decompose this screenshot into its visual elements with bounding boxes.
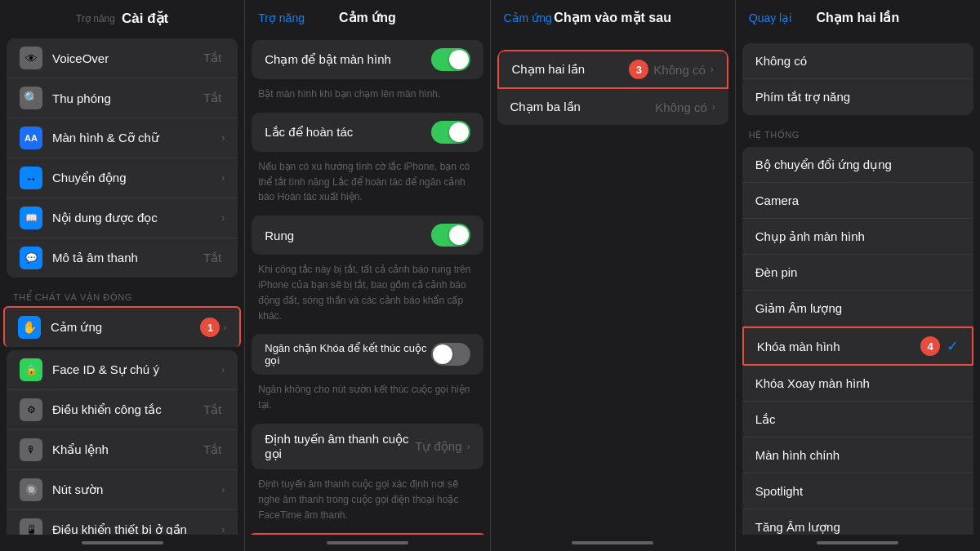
none-option[interactable]: Không có [742, 43, 973, 79]
panel2-group1: Chạm để bật màn hình [252, 40, 483, 79]
list-item[interactable]: ⚙ Điều khiển công tắc Tắt [7, 390, 238, 430]
lock-screen-option[interactable]: Khóa màn hình 4 ✓ [742, 327, 973, 366]
list-item[interactable]: ↔ Chuyển động › [7, 158, 238, 198]
double-tap-row[interactable]: Chạm hai lần 3 Không có › [497, 50, 728, 89]
chevron-icon: › [221, 484, 225, 495]
row-label: Tăng Âm lượng [755, 520, 960, 535]
panel-back-tap: Cảm ứng Chạm vào mặt sau Chạm hai lần 3 … [491, 0, 736, 551]
row-value: Tắt [203, 91, 221, 105]
touch-row-wrapper: ✋ Cảm ứng 1 › [3, 306, 241, 347]
row-label: Phím tắt trợ năng [755, 90, 960, 104]
list-item[interactable]: 💬 Mô tả âm thanh Tắt [7, 238, 238, 278]
list-item[interactable]: 🔍 Thu phóng Tắt [7, 78, 238, 118]
step-badge-4: 4 [920, 336, 940, 356]
shake-undo-toggle[interactable] [431, 121, 470, 144]
panel4-content: Không có Phím tắt trợ năng HỆ THỐNG Bộ c… [736, 33, 980, 535]
list-item[interactable]: Rung [252, 216, 483, 255]
panel-touch: Trợ năng Cảm ứng Chạm để bật màn hình Bậ… [245, 0, 490, 551]
panel4-title: Chạm hai lần [816, 10, 899, 25]
row-label: Mô tả âm thanh [52, 251, 203, 265]
list-item[interactable]: 🔒 Face ID & Sự chú ý › [7, 350, 238, 390]
chevron-icon: › [221, 364, 225, 375]
accessibility-shortcut-option[interactable]: Phím tắt trợ năng [742, 79, 973, 115]
panel1-header: Trợ năng Cài đặt [0, 0, 244, 35]
home-screen-option[interactable]: Màn hình chính [742, 438, 973, 473]
row-label: Camera [755, 193, 960, 207]
list-item[interactable]: 📱 Điều khiển thiết bị ở gần › [7, 510, 238, 535]
tap-to-wake-toggle[interactable] [431, 48, 470, 71]
screenshot-option[interactable]: Chụp ảnh màn hình [742, 219, 973, 255]
row-label: VoiceOver [52, 51, 203, 65]
flashlight-option[interactable]: Đèn pin [742, 255, 973, 291]
desc-text: Ngăn không cho nút sườn kết thúc cuộc gọ… [258, 384, 470, 411]
home-indicator [817, 541, 898, 544]
row-value: Tắt [203, 251, 221, 265]
row-label: Không có [755, 54, 960, 68]
panel3-group: Chạm hai lần 3 Không có › Chạm ba lần Kh… [497, 50, 728, 125]
row-label: Nút sườn [52, 482, 220, 497]
chevron-icon: › [221, 524, 225, 535]
row-label: Màn hình chính [755, 448, 960, 462]
touch-label: Cảm ứng [51, 320, 195, 335]
desc-text: Định tuyến âm thanh cuộc gọi xác định nơ… [258, 478, 458, 521]
touch-row[interactable]: ✋ Cảm ứng 1 › [3, 306, 241, 347]
nearby-icon: 📱 [20, 518, 42, 535]
bottom-bar [0, 535, 244, 551]
spoken-icon: 📖 [20, 207, 42, 229]
row-label: Khẩu lệnh [52, 442, 203, 457]
panel2-back[interactable]: Trợ năng [258, 11, 305, 24]
row-label: Chạm ba lần [510, 100, 656, 114]
panel3-title: Chạm vào mặt sau [554, 10, 671, 25]
panel2-group5: Định tuyến âm thanh cuộc gọi Tự động › [252, 424, 483, 469]
side-btn-icon: 🔘 [20, 478, 42, 501]
checkmark-icon: ✓ [947, 337, 959, 355]
list-item[interactable]: 👁 VoiceOver Tắt [7, 38, 238, 78]
row-label: Chạm hai lần [512, 62, 625, 77]
row-label: Ngăn chặn Khóa để kết thúc cuộc gọi [265, 342, 430, 367]
row-label: Chạm để bật màn hình [265, 52, 430, 67]
panel4-system-group: Bộ chuyển đổi ứng dụng Camera Chụp ảnh m… [742, 147, 973, 535]
zoom-icon: 🔍 [20, 87, 42, 109]
panel3-header: Cảm ứng Chạm vào mặt sau [491, 0, 735, 33]
row-label: Định tuyến âm thanh cuộc gọi [265, 432, 415, 461]
row-label: Điều khiển công tắc [52, 402, 203, 417]
list-item[interactable]: AA Màn hình & Cỡ chữ › [7, 118, 238, 158]
rotation-lock-option[interactable]: Khóa Xoay màn hình [742, 366, 973, 402]
desc-lock-call: Ngăn không cho nút sườn kết thúc cuộc gọ… [245, 378, 489, 420]
lock-end-call-toggle[interactable] [431, 343, 470, 366]
panel3-back[interactable]: Cảm ứng [504, 11, 552, 24]
chevron-icon: › [221, 132, 225, 144]
volume-up-option[interactable]: Tăng Âm lượng [742, 509, 973, 535]
list-item[interactable]: Lắc để hoàn tác [252, 113, 483, 152]
desc-text: Khi công tắc này bị tắt, tất cả cảnh báo… [258, 264, 470, 321]
row-value: Tắt [203, 402, 221, 417]
panel1-subtitle: Trợ năng [76, 13, 115, 24]
list-item[interactable]: Định tuyến âm thanh cuộc gọi Tự động › [252, 424, 483, 469]
volume-down-option[interactable]: Giảm Âm lượng [742, 291, 973, 327]
row-label: Màn hình & Cỡ chữ [52, 131, 220, 145]
voiceover-icon: 👁 [20, 47, 42, 69]
camera-option[interactable]: Camera [742, 183, 973, 219]
panel1-content: 👁 VoiceOver Tắt 🔍 Thu phóng Tắt AA Màn h… [0, 35, 244, 535]
home-indicator [327, 541, 408, 544]
panel1-top-group: 👁 VoiceOver Tắt 🔍 Thu phóng Tắt AA Màn h… [7, 38, 238, 278]
list-item[interactable]: Ngăn chặn Khóa để kết thúc cuộc gọi [252, 334, 483, 375]
list-item[interactable]: 🎙 Khẩu lệnh Tắt [7, 430, 238, 470]
list-item[interactable]: 🔘 Nút sườn › [7, 470, 238, 510]
triple-tap-row[interactable]: Chạm ba lần Không có › [497, 89, 728, 125]
shake-option[interactable]: Lắc [742, 402, 973, 438]
panel2-title: Cảm ứng [339, 10, 396, 25]
chevron-icon: › [221, 212, 225, 224]
list-item[interactable]: 📖 Nội dung được đọc › [7, 198, 238, 238]
list-item[interactable]: Chạm để bật màn hình [252, 40, 483, 79]
chevron-icon: › [221, 172, 225, 184]
row-value: Không có [653, 63, 705, 77]
spotlight-option[interactable]: Spotlight [742, 473, 973, 509]
vibration-toggle[interactable] [431, 224, 470, 247]
bottom-bar [245, 535, 489, 551]
switch-icon: ⚙ [20, 398, 42, 421]
app-switcher-option[interactable]: Bộ chuyển đổi ứng dụng [742, 147, 973, 183]
row-label: Face ID & Sự chú ý [52, 362, 220, 377]
panel2-group2: Lắc để hoàn tác [252, 113, 483, 152]
panel4-back[interactable]: Quay lại [749, 11, 792, 24]
